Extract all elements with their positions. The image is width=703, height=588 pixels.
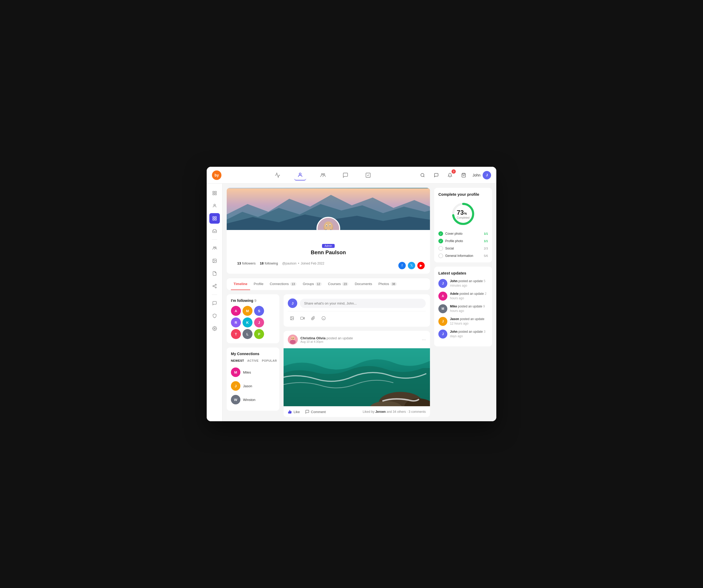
profile-meta: @paulson • Joined Feb 2022 — [282, 262, 324, 265]
update-mike: M Mike posted an update 9 hours ago — [439, 304, 488, 313]
following-avatar-8[interactable]: L — [242, 329, 252, 339]
nav-activity[interactable] — [271, 170, 284, 180]
sidebar-settings[interactable] — [209, 323, 220, 334]
tab-photos[interactable]: Photos 38 — [376, 278, 399, 290]
completion-items: ✓ Cover photo 1/1 ✓ Profile photo 1/1 So… — [439, 231, 488, 258]
tab-connections[interactable]: Connections 13 — [267, 278, 299, 290]
tab-timeline[interactable]: Timeline — [231, 278, 250, 290]
sidebar-grid[interactable] — [209, 213, 220, 224]
sidebar-inbox[interactable] — [209, 226, 220, 236]
svg-point-42 — [322, 316, 325, 320]
sidebar-menu-toggle[interactable] — [209, 188, 220, 198]
updates-card: Latest updates J John posted an update 5… — [434, 267, 492, 347]
donut-chart: 73% Completed — [439, 201, 488, 227]
like-label: Like — [294, 410, 300, 414]
following-avatar-1[interactable]: A — [231, 306, 241, 316]
compose-video-btn[interactable] — [298, 314, 307, 322]
content-area: Admin Benn Paulson 13 followers 18 follo… — [223, 183, 496, 421]
nav-people[interactable] — [317, 170, 329, 180]
profile-photo-done-icon: ✓ — [439, 239, 443, 243]
tab-profile[interactable]: Profile — [251, 278, 266, 290]
compose-emoji-btn[interactable] — [319, 314, 328, 322]
svg-rect-41 — [301, 317, 303, 319]
conn-tab-active[interactable]: ACTIVE — [247, 359, 258, 362]
top-navbar: by — [207, 167, 496, 183]
sidebar-shield[interactable] — [209, 311, 220, 321]
tab-courses[interactable]: Courses 23 — [325, 278, 351, 290]
cover-photo-score: 1/1 — [484, 232, 488, 235]
compose-photo-btn[interactable] — [288, 314, 296, 322]
social-score: 2/3 — [484, 247, 488, 250]
sidebar-user[interactable] — [209, 201, 220, 211]
social-label: Social — [445, 246, 482, 250]
sidebar-chat[interactable] — [209, 298, 220, 308]
following-widget: I'm following 9 A M S R K J T L — [227, 294, 279, 343]
jason-name: Jason — [243, 384, 252, 388]
connection-winston: W Winston — [231, 393, 275, 407]
jason-avatar: J — [231, 381, 240, 391]
following-avatar-6[interactable]: J — [254, 317, 264, 327]
twitter-link[interactable]: 𝕏 — [408, 262, 415, 269]
profile-card: Admin Benn Paulson 13 followers 18 follo… — [227, 188, 430, 274]
completion-cover-photo: ✓ Cover photo 1/1 — [439, 231, 488, 236]
svg-point-47 — [290, 340, 296, 344]
following-avatar-9[interactable]: P — [254, 329, 264, 339]
profile-tabs: Timeline Profile Connections 13 Groups 1… — [227, 278, 430, 290]
post-author-avatar — [288, 335, 298, 345]
svg-point-35 — [330, 225, 331, 226]
following-avatar-7[interactable]: T — [231, 329, 241, 339]
tab-documents[interactable]: Documents — [352, 278, 375, 290]
post-header: Christina Olivia posted an update Aug 10… — [284, 331, 430, 348]
general-info-label: General Information — [445, 254, 482, 258]
facebook-link[interactable]: f — [398, 262, 406, 269]
jason-text: Jason posted an update 12 hours ago — [450, 317, 488, 326]
post-more-button[interactable]: ··· — [422, 337, 426, 343]
nav-profile[interactable] — [294, 170, 306, 180]
nav-messages[interactable] — [339, 170, 352, 180]
main-layout: Admin Benn Paulson 13 followers 18 follo… — [207, 183, 496, 421]
miles-name: Miles — [243, 370, 251, 374]
feed-right: J — [284, 294, 430, 417]
sidebar-docs[interactable] — [209, 268, 220, 279]
following-avatar-2[interactable]: M — [242, 306, 252, 316]
donut-container: 73% Completed — [450, 201, 476, 227]
comment-button[interactable]: Comment — [305, 410, 326, 414]
right-sidebar: Complete your profile — [434, 188, 492, 417]
compose-input[interactable] — [300, 299, 426, 308]
tab-groups[interactable]: Groups 12 — [300, 278, 324, 290]
sidebar-connections[interactable] — [209, 281, 220, 291]
conn-tab-popular[interactable]: POPULAR — [262, 359, 277, 362]
app-logo[interactable]: by — [212, 170, 221, 180]
post-image — [284, 348, 430, 406]
nav-tasks[interactable] — [362, 170, 374, 180]
cover-photo-label: Cover photo — [445, 232, 482, 235]
liked-by: Liked by Jeroen and 34 others · 3 commen… — [331, 410, 426, 414]
following-avatar-3[interactable]: S — [254, 306, 264, 316]
cart-button[interactable] — [459, 170, 468, 180]
update-adele: A Adele posted an update 2 hours ago — [439, 292, 488, 301]
compose-attachment-btn[interactable] — [309, 314, 317, 322]
youtube-link[interactable]: ▶ — [417, 262, 425, 269]
search-button[interactable] — [418, 170, 427, 180]
user-menu[interactable]: John J — [473, 171, 491, 179]
logo-area: by — [212, 170, 228, 180]
messages-button[interactable] — [432, 170, 441, 180]
followers-stat: 13 followers — [237, 261, 256, 265]
connection-jason: J Jason — [231, 379, 275, 393]
notifications-badge: 3 — [452, 169, 456, 173]
sidebar-photos[interactable] — [209, 255, 220, 266]
svg-point-0 — [299, 173, 301, 175]
following-avatar-4[interactable]: R — [231, 317, 241, 327]
user-avatar: J — [483, 171, 491, 179]
svg-rect-14 — [215, 219, 216, 220]
svg-point-18 — [214, 260, 214, 260]
like-button[interactable]: Like — [288, 410, 300, 414]
following-count: 18 — [260, 261, 263, 265]
compose-actions — [288, 311, 426, 322]
sidebar-groups[interactable] — [209, 243, 220, 253]
following-avatar-5[interactable]: K — [242, 317, 252, 327]
svg-point-1 — [321, 173, 323, 175]
notifications-button[interactable]: 3 — [445, 170, 455, 180]
conn-tab-newest[interactable]: NEWEST — [231, 359, 244, 362]
compose-top: J — [288, 298, 426, 308]
